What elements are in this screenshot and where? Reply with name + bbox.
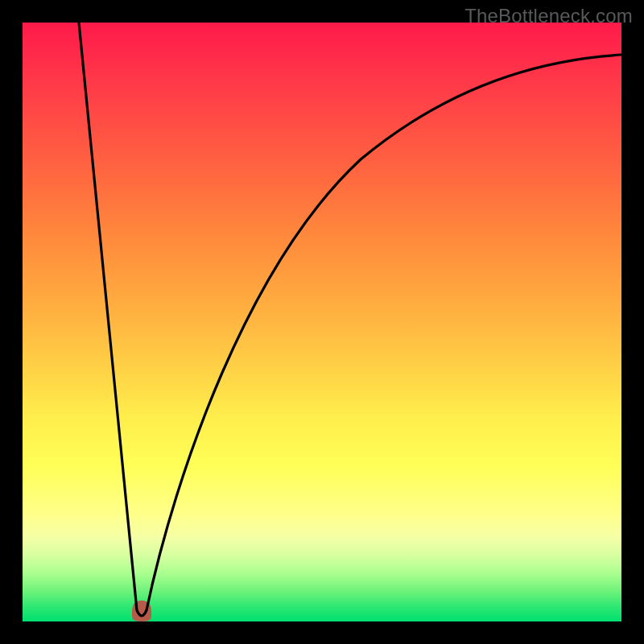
bottleneck-curve bbox=[23, 23, 621, 621]
plot-frame bbox=[23, 23, 621, 621]
bottleneck-chart: TheBottleneck.com bbox=[0, 0, 644, 644]
